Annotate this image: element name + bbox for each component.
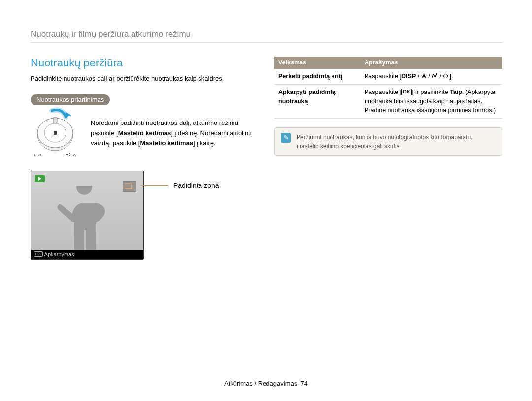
svg-line-8 [40, 156, 42, 157]
child-silhouette-icon [55, 186, 114, 250]
dial-instructions: Norėdami padidinti nuotraukos dalį, atkū… [91, 114, 260, 149]
row-value: Paspauskite [OK] ir pasirinkite Taip. (A… [361, 84, 502, 118]
page-footer: Atkūrimas / Redagavimas 74 [0, 380, 532, 387]
play-icon [35, 175, 45, 182]
svg-rect-12 [69, 155, 70, 156]
svg-text:T: T [33, 153, 36, 157]
row-key: Apkarpyti padidintą nuotrauką [274, 84, 361, 118]
info-icon: ✎ [281, 133, 291, 143]
actions-table: Veiksmas Aprašymas Perkelti padidintą sr… [274, 57, 502, 119]
row-value: Paspauskite [DISP / ❀ / 🗲 / ⏲]. [361, 69, 502, 84]
zoom-dial-illustration: T W [31, 114, 80, 160]
th-action: Veiksmas [274, 57, 361, 69]
zoom-callout-label: Padidinta zona [173, 182, 219, 189]
zoom-region-indicator [123, 181, 136, 192]
row-key: Perkelti padidintą sritį [274, 69, 361, 84]
svg-rect-11 [69, 153, 70, 154]
svg-text:W: W [73, 153, 77, 157]
callout-line [141, 185, 168, 186]
note-text: Peržiūrint nuotraukas, kurios buvo nufot… [297, 133, 496, 151]
ok-key-icon: OK [401, 89, 412, 95]
intro-paragraph: Padidinkite nuotraukos dalį ar peržiūrėk… [31, 74, 260, 84]
note-box: ✎ Peržiūrint nuotraukas, kurios buvo nuf… [274, 127, 502, 156]
ok-icon: OK [34, 251, 43, 257]
table-row: Apkarpyti padidintą nuotrauką Paspauskit… [274, 84, 502, 118]
svg-rect-5 [54, 131, 57, 135]
svg-rect-10 [66, 154, 68, 155]
camera-preview: OK Apkarpymas [31, 171, 144, 260]
section-title: Nuotraukų peržiūra [31, 57, 260, 69]
subsection-pill: Nuotraukos priartinimas [31, 94, 110, 105]
table-row: Perkelti padidintą sritį Paspauskite [DI… [274, 69, 502, 84]
svg-point-7 [38, 154, 41, 156]
preview-footer-label: Apkarpymas [44, 251, 74, 257]
th-description: Aprašymas [361, 57, 502, 69]
breadcrumb-header: Nuotraukų ir filmų peržiūra atkūrimo rež… [31, 30, 502, 43]
